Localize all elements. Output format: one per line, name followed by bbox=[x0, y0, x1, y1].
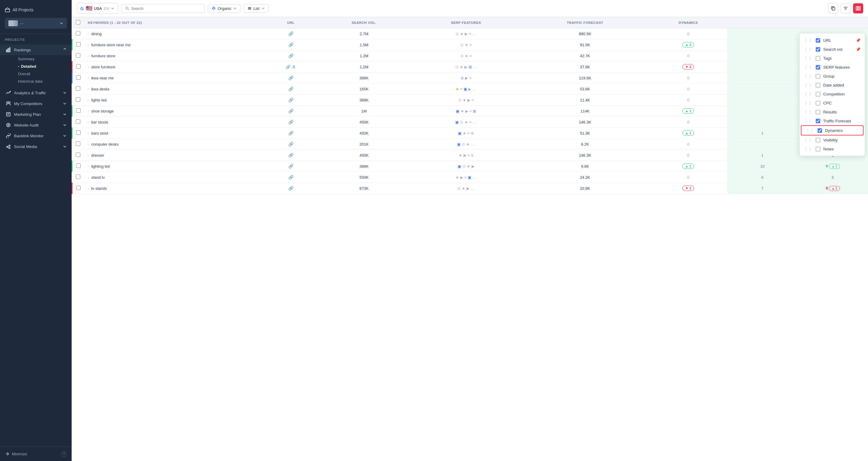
row-checkbox[interactable] bbox=[76, 42, 81, 46]
td-checkbox[interactable] bbox=[72, 39, 85, 51]
search-input[interactable] bbox=[131, 6, 197, 11]
td-url[interactable]: 🔗 bbox=[265, 117, 317, 128]
url-link[interactable]: 🔗 bbox=[288, 87, 293, 91]
sidebar-item-detailed[interactable]: Detailed bbox=[13, 63, 72, 70]
expand-arrow[interactable]: › bbox=[88, 131, 89, 135]
td-url[interactable]: 🔗 bbox=[265, 28, 317, 39]
row-checkbox[interactable] bbox=[76, 64, 81, 69]
col-toggle-item-dynamics[interactable]: ⋮⋮ Dynamics bbox=[801, 125, 864, 135]
col-toggle-checkbox-tags[interactable] bbox=[816, 56, 820, 61]
expand-arrow[interactable]: › bbox=[88, 98, 89, 102]
td-checkbox[interactable] bbox=[72, 62, 85, 72]
th-dynamics[interactable]: DYNAMICS bbox=[649, 17, 727, 28]
td-url[interactable]: 🔗 bbox=[265, 95, 317, 106]
sidebar-item-historical-data[interactable]: Historical data bbox=[13, 77, 72, 85]
td-url[interactable]: 🔗 bbox=[265, 161, 317, 172]
url-link[interactable]: 🔗 bbox=[288, 186, 293, 191]
row-checkbox[interactable] bbox=[76, 31, 80, 35]
keyword-search-wrap[interactable] bbox=[121, 4, 205, 13]
filter-button[interactable] bbox=[841, 3, 851, 13]
url-link[interactable]: 🔗 bbox=[288, 164, 293, 169]
td-checkbox[interactable] bbox=[72, 28, 85, 39]
sidebar-item-analytics-traffic[interactable]: Analytics & Traffic bbox=[0, 88, 72, 98]
td-url[interactable]: 🔗 2 bbox=[265, 62, 317, 72]
col-toggle-checkbox-results[interactable] bbox=[816, 110, 820, 114]
expand-arrow[interactable]: › bbox=[88, 120, 89, 124]
url-link[interactable]: 🔗 bbox=[288, 120, 293, 124]
td-url[interactable]: 🔗 bbox=[265, 72, 317, 84]
url-link[interactable]: 🔗 2 bbox=[286, 65, 296, 69]
col-toggle-item-tags[interactable]: ⋮⋮ Tags bbox=[800, 54, 865, 63]
row-checkbox[interactable] bbox=[76, 130, 81, 135]
col-toggle-checkbox-serp-features[interactable] bbox=[816, 65, 820, 69]
col-toggle-item-serp-features[interactable]: ⋮⋮ SERP features bbox=[800, 63, 865, 72]
row-checkbox[interactable] bbox=[76, 164, 81, 168]
col-toggle-item-group[interactable]: ⋮⋮ Group bbox=[800, 72, 865, 80]
td-url[interactable]: 🔗 bbox=[265, 39, 317, 51]
td-checkbox[interactable] bbox=[72, 139, 85, 150]
sidebar-item-summary[interactable]: Summary bbox=[13, 55, 72, 63]
th-url[interactable]: URL bbox=[265, 17, 317, 28]
col-toggle-checkbox-url[interactable] bbox=[816, 38, 820, 43]
col-toggle-checkbox-visibility[interactable] bbox=[816, 138, 820, 142]
expand-arrow[interactable]: › bbox=[88, 175, 89, 179]
col-toggle-checkbox-dynamics[interactable] bbox=[817, 128, 822, 133]
th-keywords[interactable]: KEYWORDS (1 - 22 OUT OF 22) bbox=[84, 17, 265, 28]
url-link[interactable]: 🔗 bbox=[288, 109, 293, 113]
list-dropdown[interactable]: List bbox=[244, 4, 269, 13]
url-link[interactable]: 🔗 bbox=[288, 54, 293, 58]
expand-arrow[interactable]: › bbox=[88, 142, 89, 146]
sidebar-item-website-audit[interactable]: Website Audit bbox=[0, 120, 72, 130]
col-toggle-checkbox-search-vol[interactable] bbox=[816, 47, 820, 52]
all-projects-link[interactable]: All Projects bbox=[5, 5, 67, 15]
url-link[interactable]: 🔗 bbox=[288, 131, 293, 135]
col-toggle-item-notes[interactable]: ⋮⋮ Notes bbox=[800, 144, 865, 153]
help-icon[interactable]: ? bbox=[61, 451, 67, 457]
td-checkbox[interactable] bbox=[72, 128, 85, 139]
sidebar-item-overall[interactable]: Overall bbox=[13, 70, 72, 77]
col-toggle-checkbox-competition[interactable] bbox=[816, 92, 820, 96]
th-traffic-forecast[interactable]: TRAFFIC FORECAST bbox=[521, 17, 650, 28]
expand-arrow[interactable]: › bbox=[88, 187, 89, 190]
url-link[interactable]: 🔗 bbox=[288, 31, 293, 36]
col-toggle-item-results[interactable]: ⋮⋮ Results bbox=[800, 107, 865, 117]
expand-arrow[interactable]: › bbox=[88, 43, 89, 46]
th-search-vol[interactable]: SEARCH VOL. bbox=[317, 17, 411, 28]
row-checkbox[interactable] bbox=[76, 174, 80, 179]
row-checkbox[interactable] bbox=[76, 141, 80, 146]
expand-arrow[interactable]: › bbox=[88, 76, 89, 80]
td-url[interactable]: 🔗 bbox=[265, 51, 317, 62]
sidebar-item-my-competitors[interactable]: My Competitors bbox=[0, 98, 72, 109]
td-url[interactable]: 🔗 bbox=[265, 106, 317, 117]
col-toggle-checkbox-group[interactable] bbox=[816, 74, 820, 78]
search-engine-selector[interactable]: G 🇺🇸 USA EN bbox=[76, 3, 118, 14]
url-link[interactable]: 🔗 bbox=[288, 153, 293, 158]
row-checkbox[interactable] bbox=[76, 186, 81, 190]
sidebar-item-backlink-monitor[interactable]: Backlink Monitor bbox=[0, 130, 72, 141]
th-serp-features[interactable]: SERP FEATURES bbox=[411, 17, 521, 28]
col-toggle-checkbox-traffic-forecast[interactable] bbox=[816, 119, 820, 123]
col-toggle-item-competition[interactable]: ⋮⋮ Competition bbox=[800, 90, 865, 98]
col-toggle-item-visibility[interactable]: ⋮⋮ Visibility bbox=[800, 135, 865, 144]
url-link[interactable]: 🔗 bbox=[288, 142, 293, 146]
columns-button[interactable] bbox=[853, 3, 863, 13]
td-checkbox[interactable] bbox=[72, 172, 85, 183]
copy-button[interactable] bbox=[828, 3, 838, 13]
td-checkbox[interactable] bbox=[72, 117, 85, 128]
td-checkbox[interactable] bbox=[72, 106, 85, 117]
row-checkbox[interactable] bbox=[76, 119, 80, 124]
td-checkbox[interactable] bbox=[72, 150, 85, 161]
td-checkbox[interactable] bbox=[72, 51, 85, 62]
expand-arrow[interactable]: › bbox=[88, 54, 89, 58]
url-link[interactable]: 🔗 bbox=[288, 175, 293, 179]
td-checkbox[interactable] bbox=[72, 161, 85, 172]
row-checkbox[interactable] bbox=[76, 86, 80, 91]
expand-arrow[interactable]: › bbox=[88, 32, 89, 35]
expand-arrow[interactable]: › bbox=[88, 109, 89, 113]
col-toggle-item-url[interactable]: ⋮⋮ URL 📌 bbox=[800, 36, 865, 45]
row-checkbox[interactable] bbox=[76, 53, 80, 58]
expand-arrow[interactable]: › bbox=[88, 87, 89, 91]
td-checkbox[interactable] bbox=[72, 183, 85, 194]
col-toggle-item-date-added[interactable]: ⋮⋮ Date added bbox=[800, 80, 865, 90]
col-toggle-item-cpc[interactable]: ⋮⋮ CPC bbox=[800, 98, 865, 107]
